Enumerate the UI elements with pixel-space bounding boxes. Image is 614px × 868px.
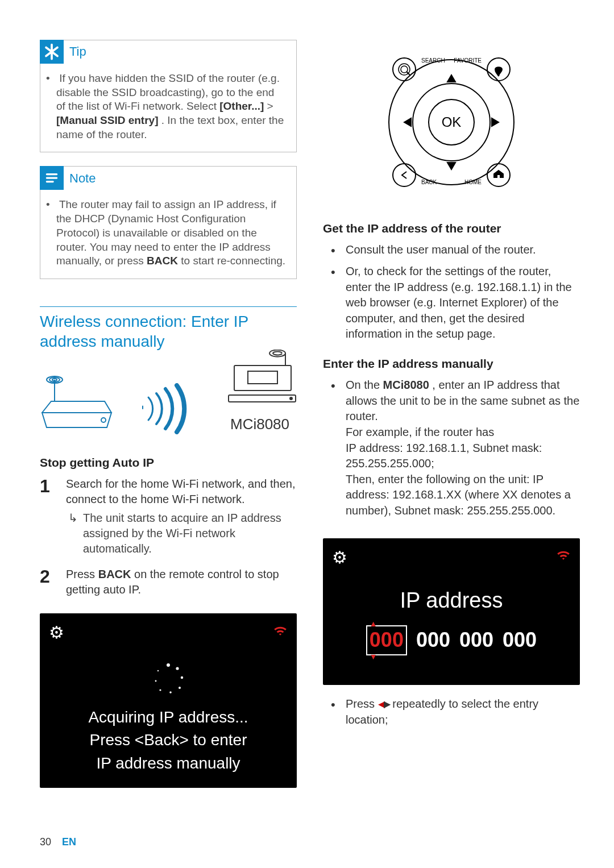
tip-bold-1: [Other...] — [219, 100, 264, 112]
ip-octet-3: 000 — [503, 626, 537, 654]
svg-point-16 — [155, 680, 157, 682]
step-1-text: Search for the home Wi-Fi network, and t… — [66, 477, 296, 505]
page-footer: 30 EN — [40, 835, 76, 849]
press-arrows-bullet: Press ◀▶ repeatedly to select the entry … — [323, 696, 580, 728]
router-icon — [40, 372, 114, 434]
svg-rect-8 — [229, 395, 296, 402]
step-1-result: The unit starts to acquire an IP address… — [66, 510, 297, 556]
ip-octet-1: 000 — [416, 626, 450, 654]
up-arrow-icon — [447, 75, 455, 82]
svg-point-21 — [393, 58, 416, 81]
remote-favorite-label: FAVORITE — [454, 57, 482, 64]
note-title: Note — [69, 170, 96, 187]
spinner-icon — [151, 662, 185, 696]
caret-down-icon: ▼ — [370, 651, 377, 662]
wireless-waves-icon — [137, 383, 200, 434]
step-2-text-a: Press — [66, 568, 98, 580]
step-2: Press BACK on the remote control to stop… — [40, 567, 297, 597]
tip-body: If you have hidden the SSID of the route… — [40, 64, 296, 152]
ip-screen-title: IP address — [332, 586, 571, 615]
left-triangle-icon: ◀ — [378, 699, 384, 709]
remote-ok-label: OK — [442, 114, 462, 130]
device-label: MCi8080 — [230, 414, 289, 434]
note-bold-1: BACK — [147, 255, 178, 267]
remote-search-label: SEARCH — [421, 57, 445, 64]
ip-address-entry-screen: ⚙ IP address ▲ 000 ▼ 000 000 000 — [323, 538, 580, 685]
right-arrow-icon — [492, 118, 499, 126]
ip-octet-0-selected: ▲ 000 ▼ — [366, 625, 407, 655]
gear-icon: ⚙ — [49, 621, 64, 645]
left-arrow-icon — [404, 118, 411, 126]
get-ip-heading: Get the IP address of the router — [323, 221, 580, 236]
note-body: The router may fail to assign an IP addr… — [40, 190, 296, 278]
enter-ip-bullet-1: On the MCi8080 , enter an IP address tha… — [323, 377, 580, 518]
note-text-2: to start re-connecting. — [181, 255, 285, 267]
down-arrow-icon — [447, 163, 455, 169]
remote-home-label: HOME — [464, 179, 482, 185]
svg-point-24 — [393, 164, 416, 186]
enter-ip-p3: IP address: 192.168.1.1, Subnet mask: 25… — [346, 441, 580, 472]
tip-text-2: > — [267, 100, 273, 112]
get-ip-bullet-2: Or, to check for the settings of the rou… — [323, 264, 580, 342]
press-arrows-a: Press — [346, 697, 378, 710]
svg-point-15 — [159, 689, 161, 691]
page-number: 30 — [40, 836, 51, 848]
note-callout: Note The router may fail to assign an IP… — [40, 166, 297, 279]
caret-up-icon: ▲ — [370, 618, 377, 629]
svg-point-11 — [176, 667, 179, 670]
step-2-bold: BACK — [98, 568, 131, 580]
screen1-line1: Acquiring IP address... — [49, 706, 288, 729]
gear-icon: ⚙ — [332, 546, 347, 570]
screen1-line3: IP address manually — [49, 752, 288, 775]
page-lang: EN — [62, 836, 76, 848]
enter-ip-heading: Enter the IP address manually — [323, 356, 580, 372]
section-divider — [40, 306, 297, 307]
get-ip-bullet-1: Consult the user manual of the router. — [323, 242, 580, 258]
back-arrow-icon — [402, 172, 406, 178]
enter-ip-bold: MCi8080 — [383, 379, 429, 391]
device-icon — [223, 350, 297, 412]
heart-icon — [495, 67, 502, 76]
svg-point-13 — [179, 687, 181, 689]
wifi-icon — [556, 547, 571, 567]
tip-callout: Tip If you have hidden the SSID of the r… — [40, 40, 297, 152]
enter-ip-p2: For example, if the router has — [346, 425, 580, 441]
wifi-icon — [273, 623, 288, 643]
remote-navigation-diagram: OK SEARCH FAVORITE BACK HOME — [380, 45, 522, 199]
tip-bold-2: [Manual SSID entry] — [56, 114, 158, 126]
tip-asterisk-icon — [40, 40, 64, 64]
enter-ip-text-a: On the — [346, 379, 383, 391]
stop-auto-ip-heading: Stop getting Auto IP — [40, 455, 297, 471]
svg-point-10 — [167, 663, 170, 667]
enter-ip-p4: Then, enter the following on the unit: I… — [346, 472, 580, 519]
svg-point-17 — [157, 670, 159, 671]
step-1: Search for the home Wi-Fi network, and t… — [40, 476, 297, 556]
svg-point-9 — [290, 397, 292, 400]
ip-octet-0: 000 — [370, 628, 404, 651]
acquiring-ip-screen: ⚙ Acquiring IP address... Press <Back> t… — [40, 613, 297, 787]
note-icon — [40, 166, 64, 190]
connection-diagram: MCi8080 — [40, 355, 297, 434]
screen1-line2: Press <Back> to enter — [49, 729, 288, 752]
tip-title: Tip — [69, 43, 86, 60]
ip-octet-2: 000 — [459, 626, 493, 654]
svg-point-12 — [181, 676, 183, 679]
svg-rect-6 — [234, 366, 291, 391]
section-title: Wireless connection: Enter IP address ma… — [40, 312, 297, 351]
remote-back-label: BACK — [421, 179, 437, 185]
right-triangle-icon: ▶ — [384, 699, 389, 709]
svg-point-14 — [169, 691, 172, 693]
home-icon — [494, 171, 503, 177]
